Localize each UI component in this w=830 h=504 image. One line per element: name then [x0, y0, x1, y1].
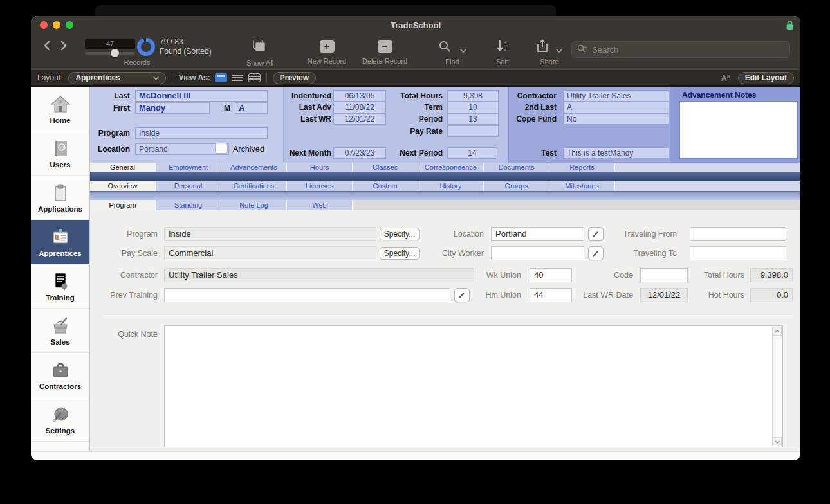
last-wr-date-field[interactable]: 12/01/22 [640, 288, 688, 302]
tab-row-subsections: Program Standing Note Log Web [90, 200, 800, 210]
pay-scale-specify-button[interactable]: Specify... [380, 247, 420, 260]
traveling-to-field[interactable] [690, 246, 786, 260]
delete-record-button[interactable]: − Delete Record [353, 38, 417, 65]
first-name-field[interactable]: Mandy [135, 102, 210, 114]
tab-licenses[interactable]: Licenses [287, 181, 353, 191]
tab-milestones[interactable]: Milestones [549, 181, 615, 191]
program-form: Program Inside Specify... Location Portl… [90, 210, 800, 451]
location-edit-button[interactable] [588, 227, 604, 241]
next-record-button[interactable] [60, 40, 67, 53]
second-last-field[interactable]: A [563, 102, 669, 113]
sidebar-item-training[interactable]: Training [31, 264, 89, 309]
tab-overview[interactable]: Overview [90, 181, 156, 191]
hot-hours-field[interactable]: 0.0 [750, 288, 793, 302]
quick-note-field[interactable] [164, 325, 783, 447]
contractor-field[interactable]: Utility Trailer Sales [164, 268, 474, 282]
period-field[interactable]: 13 [447, 113, 499, 125]
location-field[interactable]: Portland [491, 227, 584, 241]
table-view-button[interactable] [248, 73, 261, 82]
layout-dropdown[interactable]: Apprentices [68, 72, 166, 84]
search-input[interactable] [591, 44, 784, 55]
test-field[interactable]: This is a testMandy [563, 147, 669, 159]
city-worker-edit-button[interactable] [588, 246, 604, 260]
last-adv-label: Last Adv [280, 102, 331, 113]
traveling-from-field[interactable] [690, 227, 786, 241]
record-header: Last McDonnell III First Mandy M A Progr… [90, 87, 800, 163]
tab-note-log[interactable]: Note Log [221, 200, 287, 210]
next-period-field[interactable]: 14 [447, 147, 497, 159]
middle-initial-field[interactable]: A [235, 102, 268, 114]
formatting-bar-icon[interactable]: Aª [721, 73, 730, 83]
record-slider[interactable] [85, 52, 135, 55]
search-field[interactable] [571, 41, 790, 58]
quick-note-scrollbar[interactable] [772, 327, 782, 446]
form-view-button[interactable] [215, 73, 227, 82]
tab-program[interactable]: Program [90, 200, 156, 210]
term-field[interactable]: 10 [447, 102, 499, 113]
edit-layout-button[interactable]: Edit Layout [738, 72, 794, 84]
title-bar: TradeSchool [31, 16, 800, 34]
tab-row-filler [615, 181, 800, 191]
tab-advancements[interactable]: Advancements [221, 163, 287, 172]
sidebar-item-settings[interactable]: Settings [31, 397, 89, 442]
last-wr-field[interactable]: 12/01/22 [333, 113, 386, 125]
last-adv-field[interactable]: 11/08/22 [333, 102, 386, 113]
hm-union-field[interactable]: 44 [530, 288, 572, 302]
program-specify-button[interactable]: Specify... [380, 228, 420, 240]
pay-rate-field[interactable] [447, 125, 499, 137]
archived-checkbox[interactable] [215, 143, 228, 154]
tab-employment[interactable]: Employment [156, 163, 221, 172]
next-month-label: Next Month [280, 147, 331, 159]
program-field[interactable]: Inside [135, 127, 268, 139]
scroll-up-button[interactable] [773, 327, 782, 336]
total-hours-field[interactable]: 9,398 [447, 90, 499, 102]
tab-certifications[interactable]: Certifications [221, 181, 287, 191]
tab-personal[interactable]: Personal [156, 181, 221, 191]
next-month-field[interactable]: 07/23/23 [333, 147, 386, 159]
tab-row-modules: General Employment Advancements Hours Cl… [90, 163, 800, 172]
show-all-button[interactable]: Show All [235, 38, 284, 67]
current-record-number[interactable]: 47 [85, 39, 135, 50]
wk-union-field[interactable]: 40 [530, 268, 572, 282]
record-slider-thumb[interactable] [111, 49, 119, 57]
scroll-down-button[interactable] [773, 437, 782, 446]
tab-correspondence[interactable]: Correspondence [418, 163, 484, 172]
prev-training-edit-button[interactable] [454, 288, 470, 302]
total-hours-field[interactable]: 9,398.0 [750, 268, 793, 282]
new-record-button[interactable]: + New Record [298, 38, 356, 65]
sidebar-item-apprentices[interactable]: Apprentices [31, 220, 89, 264]
prev-training-field[interactable] [164, 288, 450, 302]
sidebar-item-contractors[interactable]: Contractors [31, 353, 89, 397]
sidebar-item-sales[interactable]: Sales [31, 309, 89, 353]
found-set-pie-icon[interactable] [137, 38, 155, 56]
tab-documents[interactable]: Documents [484, 163, 549, 172]
list-view-button[interactable] [232, 73, 244, 82]
city-worker-field[interactable] [491, 246, 584, 260]
tab-groups[interactable]: Groups [484, 181, 549, 191]
previous-record-button[interactable] [44, 40, 50, 53]
tab-row-filler [615, 163, 800, 172]
tab-classes[interactable]: Classes [353, 163, 418, 172]
tab-reports[interactable]: Reports [549, 163, 615, 172]
tab-custom[interactable]: Custom [353, 181, 418, 191]
sidebar-item-applications[interactable]: Applications [31, 176, 89, 220]
tab-hours[interactable]: Hours [287, 163, 353, 172]
sidebar-item-home[interactable]: Home [31, 87, 89, 131]
preview-button[interactable]: Preview [273, 72, 316, 84]
code-field[interactable] [640, 268, 688, 282]
svg-text:a: a [504, 40, 507, 46]
tab-general[interactable]: General [90, 163, 156, 172]
advancement-notes-field[interactable] [679, 101, 798, 159]
tab-standing[interactable]: Standing [156, 200, 221, 210]
indentured-field[interactable]: 06/13/05 [333, 90, 386, 102]
find-button[interactable]: Find [427, 38, 478, 66]
tab-history[interactable]: History [418, 181, 484, 191]
pay-scale-field[interactable]: Commercial [164, 246, 376, 260]
tab-web[interactable]: Web [287, 200, 353, 210]
sidebar-item-users[interactable]: @ Users [31, 131, 89, 176]
last-name-field[interactable]: McDonnell III [135, 90, 268, 102]
second-last-label: 2nd Last [505, 102, 557, 113]
cope-fund-field[interactable]: No [563, 113, 669, 125]
contractor-field[interactable]: Utility Trailer Sales [563, 90, 669, 102]
program-field[interactable]: Inside [164, 227, 376, 241]
